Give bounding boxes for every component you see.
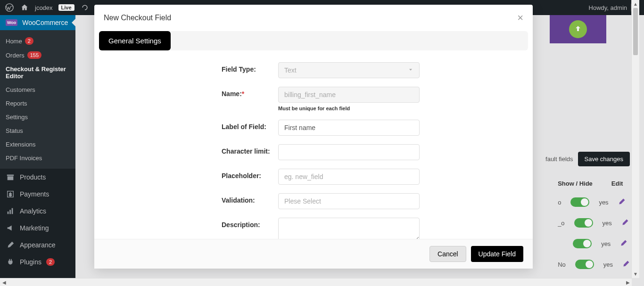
label-input[interactable] bbox=[278, 120, 420, 136]
select-value: Text bbox=[284, 66, 297, 74]
scroll-thumb[interactable] bbox=[633, 8, 638, 55]
scroll-left-icon[interactable]: ◀ bbox=[0, 278, 8, 286]
label-placeholder: Placeholder: bbox=[104, 169, 278, 180]
modal-body: Field Type: Text Name:* Must be unique f… bbox=[94, 50, 533, 239]
label-name: Name:* bbox=[104, 87, 278, 98]
tab-general-settings[interactable]: General Settings bbox=[99, 31, 171, 50]
scroll-right-icon[interactable]: ▶ bbox=[624, 278, 632, 286]
label-field-type: Field Type: bbox=[104, 62, 278, 73]
label-text: Name: bbox=[222, 90, 242, 98]
label-char-limit: Character limit: bbox=[104, 144, 278, 155]
label-description: Description: bbox=[104, 218, 278, 229]
update-field-button[interactable]: Update Field bbox=[471, 246, 523, 262]
name-hint: Must be unique for each field bbox=[278, 106, 420, 111]
field-type-select[interactable]: Text bbox=[278, 62, 420, 78]
chevron-down-icon bbox=[408, 66, 413, 74]
modal-footer: Cancel Update Field bbox=[94, 239, 533, 269]
label-label: Label of Field: bbox=[104, 120, 278, 131]
modal-tabs: General Settings bbox=[99, 31, 528, 50]
close-icon[interactable]: × bbox=[517, 12, 523, 24]
select-placeholder: Plese Select bbox=[284, 197, 321, 205]
scroll-up-icon[interactable]: ▲ bbox=[632, 0, 639, 8]
cancel-button[interactable]: Cancel bbox=[429, 246, 466, 262]
placeholder-input[interactable] bbox=[278, 169, 420, 185]
vertical-scrollbar[interactable]: ▲ ▼ bbox=[631, 0, 639, 278]
modal-header: New Checkout Field × bbox=[94, 5, 533, 31]
scroll-down-icon[interactable]: ▼ bbox=[632, 270, 639, 278]
char-limit-input[interactable] bbox=[278, 144, 420, 160]
horizontal-scrollbar[interactable]: ◀ ▶ bbox=[0, 278, 632, 286]
modal-title: New Checkout Field bbox=[104, 14, 171, 22]
name-input[interactable] bbox=[278, 87, 420, 103]
label-validation: Validation: bbox=[104, 193, 278, 204]
validation-select[interactable]: Plese Select bbox=[278, 193, 420, 209]
description-textarea[interactable] bbox=[278, 218, 420, 239]
modal-new-checkout-field: New Checkout Field × General Settings Fi… bbox=[94, 5, 533, 269]
